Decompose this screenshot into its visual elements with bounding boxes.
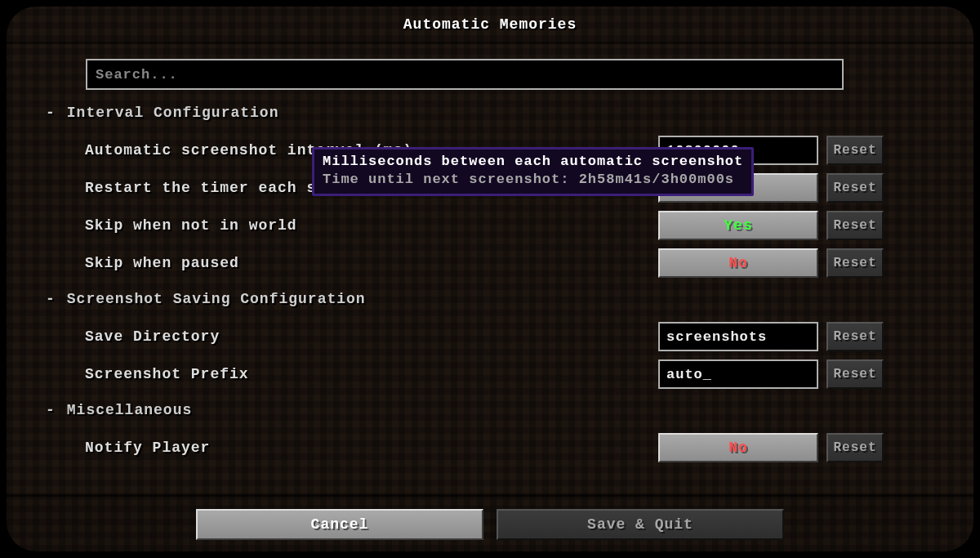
screenshot-prefix-input[interactable] xyxy=(658,359,818,389)
skip-paused-toggle[interactable]: No xyxy=(658,248,818,278)
row-skip-not-in-world: Skip when not in world Yes Reset xyxy=(46,208,884,243)
row-label: Skip when not in world xyxy=(85,217,297,234)
tooltip: Milliseconds between each automatic scre… xyxy=(312,147,754,196)
save-and-quit-button[interactable]: Save & Quit xyxy=(497,509,784,540)
section-header-saving[interactable]: - Screenshot Saving Configuration xyxy=(46,291,884,307)
save-directory-input[interactable] xyxy=(658,322,818,351)
row-save-directory: Save Directory Reset xyxy=(46,319,884,355)
row-screenshot-prefix: Screenshot Prefix Reset xyxy=(46,356,884,392)
collapse-icon: - xyxy=(46,402,56,418)
reset-button[interactable]: Reset xyxy=(826,322,884,351)
reset-button[interactable]: Reset xyxy=(826,248,884,278)
section-header-interval[interactable]: - Interval Configuration xyxy=(46,105,884,121)
search-input[interactable] xyxy=(86,59,844,90)
notify-player-toggle[interactable]: No xyxy=(658,433,818,462)
reset-button[interactable]: Reset xyxy=(826,433,884,462)
skip-not-in-world-toggle[interactable]: Yes xyxy=(658,211,818,240)
reset-button[interactable]: Reset xyxy=(826,359,884,389)
collapse-icon: - xyxy=(46,291,56,307)
tooltip-line-1: Milliseconds between each automatic scre… xyxy=(323,153,743,171)
row-label: Screenshot Prefix xyxy=(85,366,249,382)
section-title: Miscellaneous xyxy=(67,402,192,418)
tooltip-line-2: Time until next screenshot: 2h58m41s/3h0… xyxy=(323,171,743,189)
settings-window: Automatic Memories Milliseconds between … xyxy=(7,7,973,551)
row-skip-paused: Skip when paused No Reset xyxy=(46,245,884,281)
reset-button[interactable]: Reset xyxy=(826,136,884,165)
row-label: Skip when paused xyxy=(85,255,239,271)
titlebar: Automatic Memories xyxy=(7,7,973,44)
footer: Cancel Save & Quit xyxy=(7,494,973,551)
row-label: Save Directory xyxy=(85,328,220,345)
cancel-button[interactable]: Cancel xyxy=(196,509,483,540)
search-container xyxy=(86,59,844,90)
settings-body: Milliseconds between each automatic scre… xyxy=(7,44,973,551)
row-label: Notify Player xyxy=(85,440,210,456)
section-header-misc[interactable]: - Miscellaneous xyxy=(46,402,884,418)
section-title: Interval Configuration xyxy=(67,105,279,121)
row-notify-player: Notify Player No Reset xyxy=(46,430,884,466)
page-title: Automatic Memories xyxy=(403,16,577,33)
reset-button[interactable]: Reset xyxy=(826,173,884,203)
reset-button[interactable]: Reset xyxy=(826,211,884,240)
section-title: Screenshot Saving Configuration xyxy=(67,291,366,307)
collapse-icon: - xyxy=(46,105,56,121)
